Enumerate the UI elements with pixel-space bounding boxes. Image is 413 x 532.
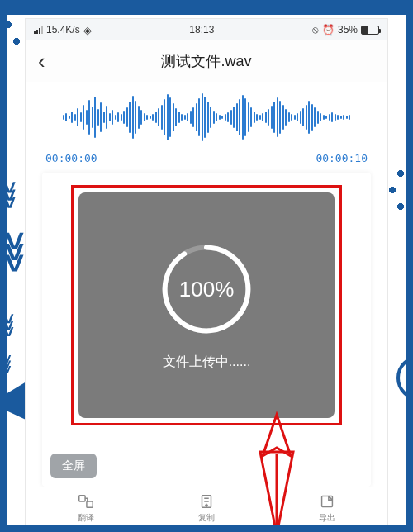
translate-icon xyxy=(77,492,95,511)
tab-export[interactable]: 导出 xyxy=(267,492,387,532)
svg-rect-3 xyxy=(87,501,93,507)
alarm-icon: ⏰ xyxy=(322,24,335,36)
current-time: 00:00:00 xyxy=(45,152,97,164)
upload-progress-panel: 100% 文件上传中...... xyxy=(78,192,335,418)
status-time: 18:13 xyxy=(189,24,214,36)
annotation-highlight: 100% 文件上传中...... xyxy=(71,185,342,425)
audio-waveform[interactable] xyxy=(42,82,371,152)
signal-icon xyxy=(34,26,43,34)
export-icon xyxy=(318,492,336,511)
battery-icon xyxy=(361,26,379,35)
phone-viewport: 15.4K/s ◈ 18:13 ⦸ ⏰ 35% ‹ 测试文件.wav 00:00… xyxy=(25,18,388,532)
copy-icon xyxy=(197,492,216,511)
status-bar: 15.4K/s ◈ 18:13 ⦸ ⏰ 35% xyxy=(26,19,387,40)
decorative-dots xyxy=(384,165,413,330)
svg-point-1 xyxy=(165,248,249,331)
decorative-circle xyxy=(396,355,413,401)
tab-label: 导出 xyxy=(319,512,335,524)
tab-copy[interactable]: 复制 xyxy=(146,492,267,532)
dnd-icon: ⦸ xyxy=(312,24,319,36)
nav-bar: ‹ 测试文件.wav xyxy=(26,40,387,82)
fullscreen-button[interactable]: 全屏 xyxy=(50,454,97,478)
content-area: 00:00:00 00:00:10 100% 文件上传中...... 全屏 xyxy=(26,82,387,487)
tab-label: 复制 xyxy=(198,512,215,524)
duration: 00:00:10 xyxy=(316,152,368,164)
battery-percent: 35% xyxy=(338,24,358,36)
upload-status-text: 文件上传中...... xyxy=(163,354,251,371)
decorative-chevrons: >>> xyxy=(0,354,14,371)
decorative-chevrons: >>> xyxy=(0,313,17,333)
wifi-icon: ◈ xyxy=(83,24,92,36)
bottom-tab-bar: 翻译 复制 导出 xyxy=(26,487,387,532)
decorative-chevrons: >>> xyxy=(0,181,21,204)
tab-label: 翻译 xyxy=(78,512,94,524)
tab-translate[interactable]: 翻译 xyxy=(26,492,146,532)
page-title: 测试文件.wav xyxy=(63,51,375,71)
progress-ring: 100% xyxy=(157,240,256,339)
transcript-card: 100% 文件上传中...... 全屏 xyxy=(42,173,371,487)
network-speed: 15.4K/s xyxy=(46,24,80,36)
svg-rect-2 xyxy=(79,496,85,501)
back-button[interactable]: ‹ xyxy=(38,49,63,74)
time-row: 00:00:00 00:00:10 xyxy=(42,152,371,173)
